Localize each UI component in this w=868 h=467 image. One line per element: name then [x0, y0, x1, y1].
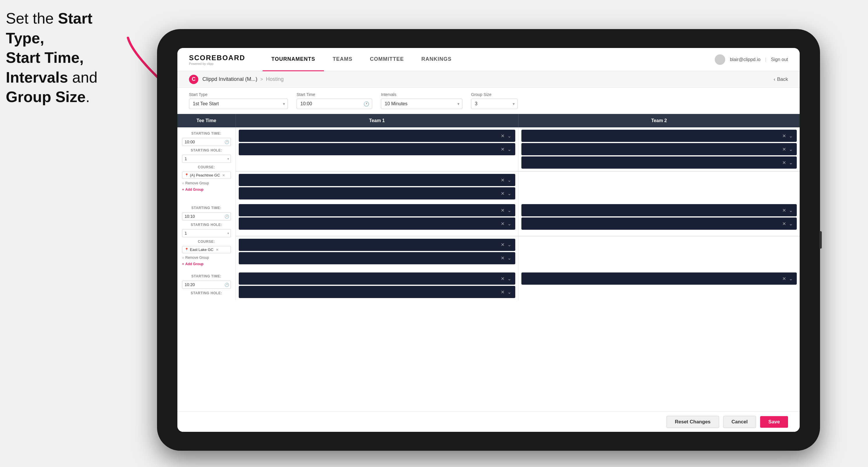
starting-hole-input-1[interactable]: 1: [182, 155, 231, 163]
add-group-btn-1[interactable]: + Add Group: [182, 188, 231, 192]
player-expand[interactable]: ⌄: [789, 208, 793, 213]
group-1-team1: ✕ ⌄ ✕ ⌄: [236, 127, 519, 171]
nav-tabs: TOURNAMENTS TEAMS COMMITTEE RANKINGS: [262, 48, 715, 71]
reset-button[interactable]: Reset Changes: [666, 416, 719, 428]
intervals-select[interactable]: 10 Minutes: [381, 99, 462, 109]
tournament-name[interactable]: Clippd Invitational (M...): [203, 76, 257, 82]
back-button[interactable]: ‹ Back: [774, 76, 788, 82]
group-1-team2: ✕ ⌄ ✕ ⌄: [519, 127, 800, 171]
remove-group-btn-2[interactable]: ○ Remove Group: [182, 256, 231, 260]
starting-time-input-wrap-3[interactable]: 10:20 🕐: [182, 281, 231, 289]
annotation-text: Set the Start Type,Start Time,Intervals …: [6, 9, 131, 107]
table-row: STARTING TIME: 10:10 🕐 STARTING HOLE: 1 …: [177, 202, 800, 236]
starting-hole-input-2[interactable]: 1: [182, 229, 231, 237]
player-expand[interactable]: ⌄: [507, 147, 511, 152]
clock-icon-2: 🕐: [224, 214, 229, 219]
group-size-select[interactable]: 3: [471, 99, 518, 109]
starting-time-input-wrap-1[interactable]: 10:00 🕐: [182, 138, 231, 146]
intervals-select-wrap[interactable]: 10 Minutes: [381, 99, 462, 109]
group-3-team2: ✕ ⌄: [519, 270, 800, 300]
player-expand[interactable]: ⌄: [789, 133, 793, 139]
player-x[interactable]: ✕: [501, 147, 504, 152]
player-expand[interactable]: ⌄: [789, 276, 793, 281]
nav-tab-teams[interactable]: TEAMS: [324, 48, 361, 71]
start-time-input[interactable]: 10:00: [297, 99, 372, 109]
player-x[interactable]: ✕: [782, 208, 786, 213]
table-row: STARTING TIME: 10:00 🕐 STARTING HOLE: 1 …: [177, 127, 800, 171]
player-expand[interactable]: ⌄: [507, 242, 511, 247]
tablet-frame: SCOREBOARD Powered by clipp TOURNAMENTS …: [157, 29, 820, 451]
player-row: ✕ ⌄: [239, 130, 516, 142]
player-x[interactable]: ✕: [782, 160, 786, 165]
course-tag-2[interactable]: 📍 East Lake GC ✕: [182, 246, 231, 253]
sign-out-link[interactable]: Sign out: [771, 57, 788, 62]
player-x[interactable]: ✕: [782, 276, 786, 281]
starting-time-input-wrap-2[interactable]: 10:10 🕐: [182, 212, 231, 220]
logo-text: SCOREBOARD: [189, 54, 245, 62]
start-time-label: Start Time: [297, 92, 372, 97]
course-remove-x-1[interactable]: ✕: [222, 173, 225, 177]
starting-hole-label-1: STARTING HOLE:: [182, 148, 231, 152]
start-type-label: Start Type: [189, 92, 288, 97]
group-1-course-team1: ✕ ⌄ ✕ ⌄: [236, 171, 519, 202]
player-expand[interactable]: ⌄: [507, 289, 511, 295]
starting-hole-select-wrap-2[interactable]: 1: [182, 229, 231, 237]
player-x[interactable]: ✕: [501, 133, 504, 139]
group-3-inner: STARTING TIME: 10:20 🕐 STARTING HOLE:: [182, 274, 231, 295]
player-row: ✕ ⌄: [239, 239, 516, 251]
player-row: ✕ ⌄: [521, 143, 797, 155]
starting-hole-select-wrap-1[interactable]: 1: [182, 155, 231, 163]
intervals-group: Intervals 10 Minutes: [381, 92, 462, 109]
player-expand[interactable]: ⌄: [507, 221, 511, 226]
group-2-course-team2: [519, 236, 800, 271]
clock-icon-3: 🕐: [224, 283, 229, 287]
player-row: ✕ ⌄: [521, 273, 797, 285]
player-expand[interactable]: ⌄: [507, 276, 511, 281]
player-expand[interactable]: ⌄: [789, 147, 793, 152]
user-email[interactable]: blair@clippd.io: [730, 57, 761, 62]
save-button[interactable]: Save: [760, 416, 788, 428]
player-expand[interactable]: ⌄: [507, 177, 511, 183]
group-3-team1: ✕ ⌄ ✕ ⌄: [236, 270, 519, 300]
start-time-input-wrap[interactable]: 10:00 🕐: [297, 99, 372, 109]
start-type-select-wrap[interactable]: 1st Tee Start: [189, 99, 288, 109]
player-x[interactable]: ✕: [501, 191, 504, 196]
remove-group-btn-1[interactable]: ○ Remove Group: [182, 181, 231, 185]
player-x[interactable]: ✕: [501, 289, 504, 295]
player-expand[interactable]: ⌄: [507, 255, 511, 261]
starting-time-input-3[interactable]: 10:20: [182, 281, 231, 289]
player-x[interactable]: ✕: [501, 208, 504, 213]
nav-tab-committee[interactable]: COMMITTEE: [361, 48, 413, 71]
player-x[interactable]: ✕: [501, 276, 504, 281]
nav-bar: SCOREBOARD Powered by clipp TOURNAMENTS …: [177, 48, 800, 71]
player-x[interactable]: ✕: [501, 221, 504, 226]
col-team1: Team 1: [236, 114, 519, 127]
player-expand[interactable]: ⌄: [507, 191, 511, 196]
player-x[interactable]: ✕: [782, 133, 786, 139]
cancel-button[interactable]: Cancel: [723, 416, 756, 428]
footer-bar: Reset Changes Cancel Save: [177, 411, 800, 432]
player-x[interactable]: ✕: [782, 147, 786, 152]
group-size-select-wrap[interactable]: 3: [471, 99, 518, 109]
player-x[interactable]: ✕: [501, 242, 504, 247]
nav-tab-rankings[interactable]: RANKINGS: [413, 48, 460, 71]
player-expand[interactable]: ⌄: [507, 208, 511, 213]
player-expand[interactable]: ⌄: [789, 160, 793, 165]
nav-tab-tournaments[interactable]: TOURNAMENTS: [262, 48, 324, 71]
player-row: ✕ ⌄: [521, 130, 797, 142]
starting-time-input-2[interactable]: 10:10: [182, 212, 231, 220]
group-2-left: STARTING TIME: 10:10 🕐 STARTING HOLE: 1 …: [177, 202, 236, 270]
player-x[interactable]: ✕: [782, 221, 786, 226]
course-tag-1[interactable]: 📍 (A) Peachtree GC ✕: [182, 172, 231, 179]
starting-time-input-1[interactable]: 10:00: [182, 138, 231, 146]
player-expand[interactable]: ⌄: [789, 221, 793, 226]
start-type-select[interactable]: 1st Tee Start: [189, 99, 288, 109]
course-remove-x-2[interactable]: ✕: [216, 248, 219, 252]
player-x[interactable]: ✕: [501, 255, 504, 261]
group-2-inner: STARTING TIME: 10:10 🕐 STARTING HOLE: 1 …: [182, 206, 231, 266]
player-expand[interactable]: ⌄: [507, 133, 511, 139]
add-group-btn-2[interactable]: + Add Group: [182, 262, 231, 266]
table-row: ✕ ⌄ ✕ ⌄: [177, 171, 800, 202]
player-x[interactable]: ✕: [501, 177, 504, 183]
player-row: ✕ ⌄: [239, 252, 516, 264]
